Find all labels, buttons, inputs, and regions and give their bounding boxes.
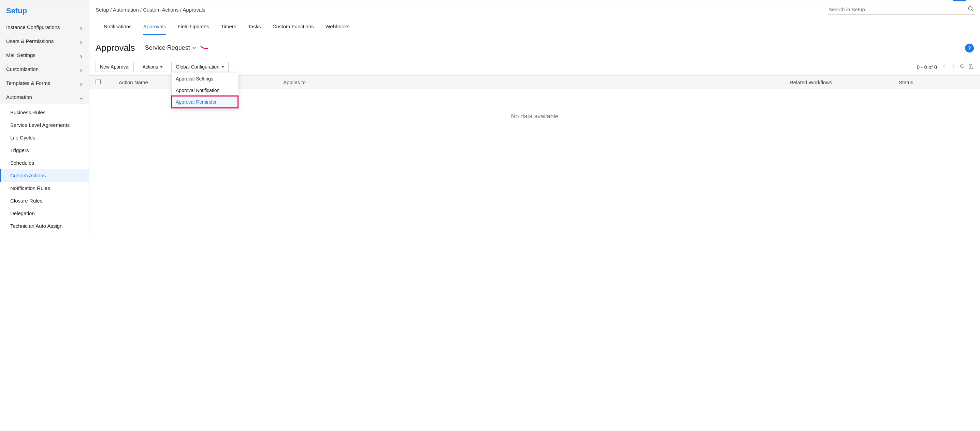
main-panel: Setup / Automation / Custom Actions / Ap… [89, 0, 980, 235]
dd-approval-settings[interactable]: Approval Settings [172, 73, 238, 84]
annotation-arrow-icon [200, 44, 208, 51]
global-config-button[interactable]: Global Configuration [171, 62, 229, 72]
nav-instance-configurations[interactable]: Instance Configurations [0, 20, 89, 34]
sub-life-cycles[interactable]: Life Cycles [0, 131, 89, 144]
dd-approval-notification[interactable]: Approval Notification [172, 84, 238, 96]
sidebar: Setup Instance Configurations Users & Pe… [0, 0, 89, 235]
chevron-right-icon [80, 54, 83, 57]
tabs: Notifications Approvals Field Updates Ti… [89, 15, 980, 35]
help-button[interactable]: ? [965, 44, 974, 52]
nav-label: Templates & Forms [6, 80, 50, 86]
sub-triggers[interactable]: Triggers [0, 144, 89, 157]
tab-webhooks[interactable]: Webhooks [325, 21, 349, 35]
topbar: Setup / Automation / Custom Actions / Ap… [89, 0, 980, 15]
tab-field-updates[interactable]: Field Updates [177, 21, 209, 35]
col-status: Status [899, 79, 974, 85]
svg-point-0 [969, 6, 972, 10]
button-label: Actions [142, 64, 158, 70]
nav-customization[interactable]: Customization [0, 62, 89, 76]
nav-label: Automation [6, 94, 32, 100]
col-applies-to: Applies to [212, 79, 790, 85]
caret-down-icon [221, 66, 224, 68]
button-label: Global Configuration [176, 64, 220, 70]
col-related-workflows: Related Workflows [790, 79, 899, 85]
nav-label: Instance Configurations [6, 24, 60, 30]
breadcrumb: Setup / Automation / Custom Actions / Ap… [95, 7, 205, 13]
sub-delegation[interactable]: Delegation [0, 207, 89, 220]
top-accent-bar [953, 0, 966, 2]
toolbar: New Approval Actions Global Configuratio… [89, 58, 980, 75]
tab-timers[interactable]: Timers [221, 21, 236, 35]
search-wrap [828, 5, 975, 15]
nav-label: Customization [6, 66, 38, 72]
chevron-right-icon [80, 40, 83, 43]
prev-page-icon[interactable] [942, 64, 947, 70]
new-approval-button[interactable]: New Approval [95, 62, 134, 72]
svg-line-1 [972, 10, 973, 11]
svg-rect-5 [971, 65, 972, 68]
chevron-right-icon [80, 68, 83, 71]
column-settings-icon[interactable] [969, 64, 974, 70]
tab-custom-functions[interactable]: Custom Functions [273, 21, 314, 35]
record-count: 0 - 0 of 0 [917, 64, 937, 70]
global-config-dropdown: Approval Settings Approval Notification … [171, 73, 238, 108]
caret-down-icon [160, 66, 163, 68]
toolbar-right: 0 - 0 of 0 [917, 64, 974, 70]
tab-tasks[interactable]: Tasks [248, 21, 261, 35]
chevron-right-icon [80, 25, 83, 29]
toolbar-left: New Approval Actions Global Configuratio… [95, 62, 229, 72]
search-list-icon[interactable] [959, 64, 965, 70]
sub-closure-rules[interactable]: Closure Rules [0, 194, 89, 207]
svg-point-6 [972, 68, 973, 68]
svg-line-3 [963, 67, 964, 68]
actions-button[interactable]: Actions [138, 62, 167, 72]
dd-approval-reminder[interactable]: Approval Reminder [172, 96, 238, 108]
search-input[interactable] [829, 6, 968, 12]
app-root: Setup Instance Configurations Users & Pe… [0, 0, 980, 235]
nav-label: Mail Settings [6, 52, 35, 58]
next-page-icon[interactable] [951, 64, 956, 70]
context-selector[interactable]: Service Request [145, 44, 208, 51]
tab-notifications[interactable]: Notifications [104, 21, 132, 35]
select-all-checkbox[interactable] [95, 79, 101, 84]
sub-business-rules[interactable]: Business Rules [0, 106, 89, 119]
select-all-cell [95, 79, 109, 85]
sub-sla[interactable]: Service Level Agreements [0, 119, 89, 131]
svg-rect-4 [969, 65, 970, 68]
button-label: New Approval [100, 64, 129, 70]
chevron-right-icon [80, 81, 83, 85]
chevron-down-icon [80, 95, 83, 99]
svg-point-2 [961, 65, 963, 67]
sub-technician-auto-assign[interactable]: Technician Auto Assign [0, 220, 89, 232]
chevron-down-icon [192, 44, 196, 51]
nav-users-permissions[interactable]: Users & Permissions [0, 34, 89, 48]
automation-sublist: Business Rules Service Level Agreements … [0, 104, 89, 235]
page-header-left: Approvals Service Request [95, 43, 208, 53]
nav-mail-settings[interactable]: Mail Settings [0, 48, 89, 62]
nav-automation[interactable]: Automation [0, 90, 89, 104]
context-label: Service Request [145, 44, 190, 51]
tab-approvals[interactable]: Approvals [143, 21, 166, 35]
brand-title: Setup [0, 5, 89, 20]
help-icon: ? [968, 45, 971, 51]
sub-schedules[interactable]: Schedules [0, 157, 89, 169]
nav-label: Users & Permissions [6, 38, 54, 44]
sub-custom-actions[interactable]: Custom Actions [0, 169, 89, 182]
nav-templates-forms[interactable]: Templates & Forms [0, 76, 89, 90]
title-separator [140, 44, 140, 52]
search-icon[interactable] [968, 6, 974, 13]
sub-notification-rules[interactable]: Notification Rules [0, 182, 89, 194]
page-title: Approvals [95, 43, 135, 53]
page-header: Approvals Service Request ? [89, 35, 980, 58]
